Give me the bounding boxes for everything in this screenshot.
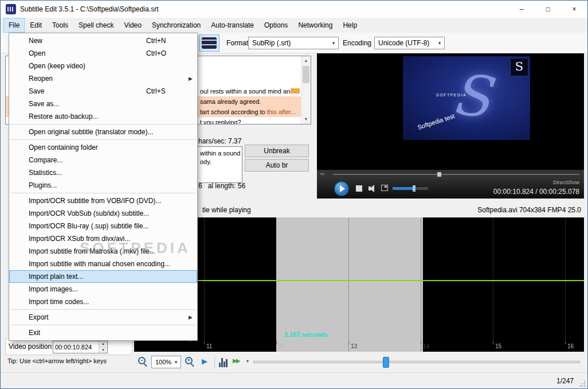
rewind-icon[interactable]: «« (320, 171, 324, 177)
menu-item[interactable]: Edit (25, 18, 47, 33)
options-dropdown-icon[interactable]: ▾ (246, 359, 249, 364)
scroll-up-icon[interactable]: ▲ (301, 56, 311, 65)
file-menu-item[interactable]: Plugins...▶ (9, 179, 197, 192)
waveform-view-button[interactable] (219, 357, 229, 367)
file-menu-item[interactable]: Reopen▶ (9, 72, 197, 85)
tick-label: 13 (351, 343, 357, 349)
waveform-play-button[interactable]: ▶ (202, 357, 207, 365)
app-icon (6, 4, 16, 14)
menu-item-label: New (29, 37, 42, 45)
menu-item-label: Import/OCR VobSub (sub/idx) subtitle... (29, 209, 149, 217)
file-menu-item[interactable]: Open (keep video)▶ (9, 60, 197, 72)
grid-line (421, 217, 421, 352)
menu-item-label: Import time codes... (29, 298, 89, 306)
file-menu-item[interactable]: Import/OCR subtitle from VOB/IFO (DVD)..… (9, 194, 197, 207)
encoding-select[interactable]: Unicode (UTF-8) ▾ (374, 37, 445, 49)
file-menu-item[interactable]: NewCtrl+N▶ (9, 34, 197, 47)
file-menu-item[interactable]: Save as...▶ (9, 98, 197, 110)
fullscreen-icon[interactable] (381, 185, 388, 191)
waveform-panel[interactable]: 2.167 seconds 111213141516 (134, 217, 584, 352)
grid-line (565, 217, 566, 341)
file-menu-item[interactable]: Open containing folder▶ (9, 141, 197, 154)
menu-item[interactable]: Tools (47, 18, 73, 33)
file-menu-item[interactable]: SaveCtrl+S▶ (9, 85, 197, 98)
zoom-out-button[interactable]: − (136, 355, 150, 369)
dropdown-arrow-icon: ▾ (329, 40, 338, 46)
dropdown-arrow-icon: ▾ (171, 359, 181, 365)
fast-forward-button[interactable]: ▶▶ (233, 357, 239, 364)
unbreak-button[interactable]: Unbreak (245, 145, 309, 157)
dropdown-arrow-icon: ▾ (435, 40, 444, 46)
menu-item[interactable]: Auto-translate (206, 18, 259, 33)
tick-label: 15 (495, 343, 501, 349)
close-button[interactable]: × (561, 1, 587, 18)
highlight-fragment (291, 88, 300, 94)
slider-thumb[interactable] (383, 357, 389, 368)
scroll-down-icon[interactable]: ▼ (301, 115, 311, 124)
menu-item[interactable]: Synchronization (147, 18, 206, 33)
file-menu-item[interactable]: OpenCtrl+O▶ (9, 47, 197, 60)
file-menu-item[interactable]: Statistics...▶ (9, 166, 197, 179)
file-menu-item[interactable]: Export▶ (9, 311, 197, 324)
menu-item[interactable]: Options (259, 18, 293, 33)
file-menu-item[interactable]: Import images...▶ (9, 283, 197, 295)
volume-knob[interactable] (413, 185, 415, 192)
minus-icon: − (139, 357, 144, 364)
tick-mark (421, 341, 421, 344)
resize-grip[interactable] (578, 380, 587, 389)
menu-item-label: Video (124, 21, 141, 29)
menu-item[interactable]: Help (338, 18, 362, 33)
volume-fill (393, 187, 413, 190)
auto-br-button[interactable]: Auto br (245, 159, 309, 172)
menu-item-label: Options (264, 21, 288, 29)
file-menu-item[interactable]: Import/OCR Blu-ray (.sup) subtitle file.… (9, 220, 197, 232)
play-button[interactable] (334, 181, 349, 196)
file-menu-item[interactable]: Open original subtitle (translator mode)… (9, 126, 197, 138)
position-slider[interactable] (253, 356, 580, 368)
file-menu-item[interactable]: Import/OCR VobSub (sub/idx) subtitle...▶ (9, 207, 197, 220)
volume-slider[interactable] (393, 187, 428, 190)
scroll-thumb[interactable] (303, 66, 309, 83)
file-menu-item[interactable]: Compare...▶ (9, 154, 197, 166)
file-menu-item[interactable]: Import/OCR XSub from divx/avi...▶ (9, 232, 197, 245)
file-menu-item[interactable]: Exit▶ (9, 326, 197, 339)
file-menu-item[interactable]: Import subtitle from Matroska (.mkv) fil… (9, 245, 197, 258)
menu-item-label: Spell check (79, 21, 113, 29)
seek-track[interactable] (333, 174, 579, 175)
total-length-label: 6 al length: 56 (198, 182, 245, 190)
tick-mark (204, 341, 205, 344)
menu-item[interactable]: Video (119, 18, 146, 33)
video-position-input[interactable]: 00:00:10.824 ▲ ▼ (53, 341, 108, 353)
menu-item-label: Open original subtitle (translator mode)… (29, 128, 153, 136)
menu-item[interactable]: Networking (293, 18, 338, 33)
file-menu-item[interactable]: Import time codes...▶ (9, 295, 197, 308)
zoom-level-select[interactable]: 100% ▾ (151, 356, 181, 368)
show-subtitle-checkbox-label[interactable]: tle while playing (202, 206, 251, 214)
format-select[interactable]: SubRip (.srt) ▾ (248, 37, 339, 49)
seek-thumb[interactable] (437, 172, 441, 177)
file-menu-item[interactable]: Import plain text...▶ (9, 270, 197, 283)
list-scrollbar[interactable]: ▲ ▼ (301, 56, 311, 124)
menu-item[interactable]: Spell check (73, 18, 119, 33)
menu-item-shortcut: Ctrl+S (146, 85, 166, 98)
volume-icon[interactable] (369, 185, 377, 192)
spin-down-icon[interactable]: ▼ (99, 348, 107, 353)
subtitle-text: sama already agreed. (200, 98, 261, 105)
maximize-button[interactable]: □ (535, 1, 561, 18)
film-strip-icon (7, 7, 14, 11)
file-menu-item[interactable]: Import subtitle with manual chosen encod… (9, 258, 197, 270)
menu-item-label: Open (keep video) (29, 62, 85, 70)
file-menu-item[interactable]: Restore auto-backup...▶ (9, 110, 197, 123)
tip-text: Tip: Use <ctrl+arrow left/right> keys (7, 357, 107, 364)
zoom-in-button[interactable]: + (183, 355, 197, 369)
stop-button[interactable] (356, 185, 362, 192)
submenu-arrow-icon: ▶ (189, 311, 193, 324)
slider-track[interactable] (253, 361, 580, 363)
video-seek-bar[interactable]: «« (317, 170, 584, 179)
app-window: Subtitle Edit 3.5.1 - C:\Softpedia\Softp… (0, 0, 588, 389)
ocr-subtitle-toolbar-button[interactable] (199, 34, 219, 52)
menu-item[interactable]: File (3, 18, 25, 33)
spin-up-icon[interactable]: ▲ (99, 341, 107, 348)
minimize-button[interactable]: – (508, 1, 535, 18)
menu-item-label: Statistics... (29, 169, 62, 177)
